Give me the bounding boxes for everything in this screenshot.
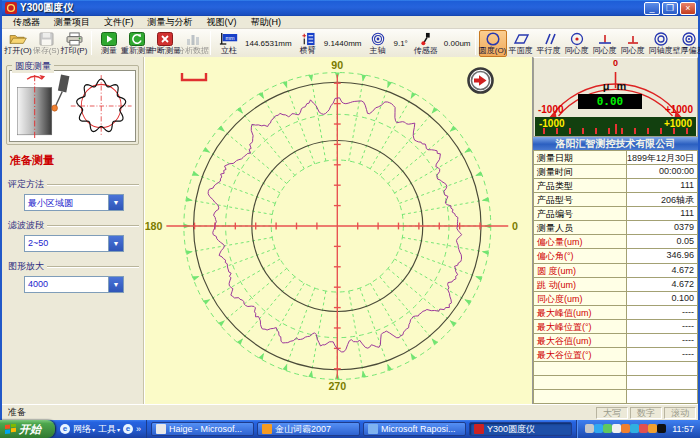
menu-item-file[interactable]: 文件(F): [97, 16, 141, 29]
task-haige[interactable]: Haige - Microsof...: [151, 422, 254, 436]
restore-button[interactable]: ❐: [662, 2, 678, 15]
graph-magnification-dropdown[interactable]: 4000▼: [24, 276, 124, 293]
row-label: 最大峰值(um): [534, 306, 627, 319]
quick-launch-network[interactable]: 网络▾: [73, 423, 95, 436]
row-value: ----: [627, 306, 697, 319]
tray-icon[interactable]: [603, 424, 612, 433]
desktop: Y300圆度仪 _ ❐ × 传感器测量项目文件(F)测量与分析视图(V)帮助(H…: [0, 0, 700, 438]
save-button: 保存(S): [32, 30, 60, 57]
gauge-unit-label: μ m: [534, 80, 697, 92]
column-readout-value: 144.6531mm: [245, 39, 292, 48]
mode-concentricity-2[interactable]: 同心度: [591, 30, 619, 57]
row-value: ----: [627, 320, 697, 333]
tray-icon[interactable]: [630, 424, 639, 433]
measure-button[interactable]: 测量: [95, 30, 123, 57]
print-button[interactable]: 打印(P): [60, 30, 88, 57]
row-label: 偏心角(°): [534, 249, 627, 262]
row-value: [627, 376, 697, 389]
row-value: 00:00:00: [627, 165, 697, 178]
mode-wall-thickness[interactable]: 壁厚偏差: [675, 30, 700, 57]
mode-coaxiality[interactable]: 同轴度: [647, 30, 675, 57]
row-label: 测量人员: [534, 221, 627, 234]
sensor-readout: 传感器0.00um: [410, 30, 471, 57]
column-readout: mm立柱144.6531mm: [215, 30, 292, 57]
quick-launch-overflow[interactable]: »: [136, 424, 141, 434]
task-microsoft[interactable]: Microsoft Raposi...: [363, 422, 466, 436]
row-label: 产品型号: [534, 193, 627, 206]
menu-item-measure-items[interactable]: 测量项目: [47, 16, 97, 29]
minimize-button[interactable]: _: [644, 2, 660, 15]
menu-item-measure-analysis[interactable]: 测量与分析: [141, 16, 200, 29]
section-rule: [47, 225, 139, 226]
chevron-down-icon[interactable]: ▼: [108, 277, 123, 292]
chevron-down-icon[interactable]: ▼: [108, 195, 123, 210]
company-banner: 洛阳汇智测控技术有限公司: [533, 137, 698, 150]
toolbar: 打开(O)保存(S)打印(P)测量重新测量中断测量分析数据mm立柱144.653…: [2, 29, 698, 57]
menu-item-view[interactable]: 视图(V): [200, 16, 244, 29]
windows-logo-icon: [5, 424, 16, 435]
task-kingsoft-dict[interactable]: 金山词霸2007: [257, 422, 360, 436]
task-y300[interactable]: Y300圆度仪: [469, 422, 572, 436]
quick-launch-tools[interactable]: 工具▾: [98, 423, 120, 436]
mode-flatness[interactable]: 平面度: [507, 30, 535, 57]
tray-icon[interactable]: [648, 424, 657, 433]
row-label: 最大谷值(um): [534, 334, 627, 347]
measure-button-label: 测量: [101, 46, 117, 55]
window-title: Y300圆度仪: [20, 1, 644, 15]
ie-icon[interactable]: e: [60, 424, 70, 434]
tray-icon[interactable]: [639, 424, 648, 433]
filter-band-label: 滤波波段: [8, 219, 139, 232]
analyze-button-label: 分析数据: [177, 46, 209, 55]
mode-concentricity-1[interactable]: 同心度: [563, 30, 591, 57]
mode-parallelism[interactable]: 平行度: [535, 30, 563, 57]
table-row: 同心度(um)0.100: [534, 292, 697, 306]
interrupt-button[interactable]: 中断测量: [151, 30, 179, 57]
results-panel: 0 μ m 0.00 -1000 +1000 -1000 +1000 洛阳汇智测…: [532, 57, 698, 404]
ie-icon[interactable]: e: [123, 424, 133, 434]
chevron-down-icon[interactable]: ▼: [108, 236, 123, 251]
svg-text:90: 90: [332, 59, 344, 71]
menu-item-sensor[interactable]: 传感器: [6, 16, 47, 29]
close-button[interactable]: ×: [680, 2, 696, 15]
open-button[interactable]: 打开(O): [4, 30, 32, 57]
tray-icon[interactable]: [585, 424, 594, 433]
flatness-icon: [511, 32, 531, 46]
app-icon: [5, 2, 17, 14]
row-label: 产品编号: [534, 207, 627, 220]
tray-icon[interactable]: [612, 424, 621, 433]
spindle-readout: 主轴9.1°: [364, 30, 408, 57]
gauge-arc-min-label: -1000: [538, 104, 564, 115]
row-label: 测量时间: [534, 165, 627, 178]
table-row: [534, 390, 697, 403]
evaluation-method-dropdown[interactable]: 最小区域圆▼: [24, 194, 124, 211]
svg-text:0: 0: [513, 220, 519, 232]
row-value: 206轴承: [627, 193, 697, 206]
open-button-label: 打开(O): [4, 46, 32, 55]
mode-concentricity-1-label: 同心度: [565, 46, 589, 55]
open-folder-icon: [9, 32, 27, 46]
menu-item-help[interactable]: 帮助(H): [244, 16, 289, 29]
remeasure-button[interactable]: 重新测量: [123, 30, 151, 57]
task-y300-icon: [474, 424, 484, 434]
mode-concentricity-2-label: 同心度: [593, 46, 617, 55]
row-value: 4.672: [627, 278, 697, 291]
spindle-readout-icon-block: 主轴: [364, 30, 392, 57]
tray-icon[interactable]: [621, 424, 630, 433]
start-button[interactable]: 开始: [0, 420, 55, 438]
arm-readout-icon-block: 横臂: [294, 30, 322, 57]
mode-roundness[interactable]: 圆度(O): [479, 30, 507, 57]
measure-status-text: 准备测量: [10, 153, 139, 168]
section-rule: [47, 266, 139, 267]
filter-band-label-text: 滤波波段: [8, 219, 44, 232]
mode-concentricity-3-label: 同心度: [621, 46, 645, 55]
runout-icon: [623, 32, 643, 46]
rotation-indicator-button[interactable]: [467, 67, 494, 94]
mode-concentricity-3[interactable]: 同心度: [619, 30, 647, 57]
row-value: 111: [627, 207, 697, 220]
tray-icon[interactable]: [657, 424, 666, 433]
tray-icon[interactable]: [594, 424, 603, 433]
sensor-readout-icon-block: 传感器: [410, 30, 442, 57]
filter-band-dropdown[interactable]: 2~50▼: [24, 235, 124, 252]
gauge-lcd-value: 0.00: [578, 94, 642, 109]
svg-text:270: 270: [329, 380, 347, 392]
